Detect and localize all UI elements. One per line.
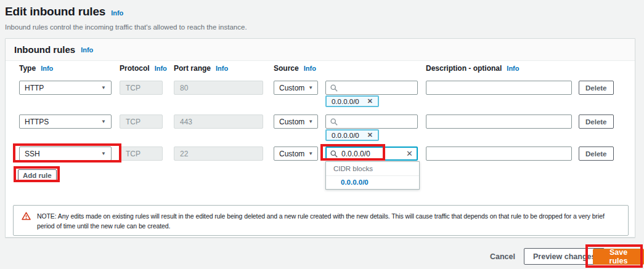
remove-tag-icon[interactable]: ✕ (367, 131, 373, 139)
column-header-source: Source Info (274, 64, 318, 73)
chevron-down-icon: ▼ (308, 119, 313, 124)
type-select-row2[interactable]: HTTPS ▼ (19, 114, 112, 129)
source-search-input-row1[interactable] (341, 84, 413, 92)
protocol-field-row3: TCP (120, 147, 163, 161)
source-search-input-row2[interactable] (341, 118, 413, 126)
inbound-rules-panel: Inbound rules Info Type Info Protocol In… (5, 38, 635, 238)
source-mode-select-row3[interactable]: Custom ▼ (274, 147, 318, 161)
page-title-info-link[interactable]: Info (111, 9, 123, 17)
type-select-row2-value: HTTPS (25, 118, 49, 126)
search-icon (330, 150, 338, 158)
source-tag-row1-value: 0.0.0.0/0 (332, 98, 359, 105)
save-rules-button[interactable]: Save rules (593, 249, 644, 265)
chevron-down-icon: ▼ (308, 85, 313, 90)
type-select-row3-value: SSH (25, 150, 40, 158)
source-suggestions-dropdown: CIDR blocks 0.0.0.0/0 (325, 161, 420, 190)
edit-inbound-rules-page: Edit inbound rules Info Inbound rules co… (0, 0, 644, 269)
source-mode-select-row1[interactable]: Custom ▼ (274, 81, 318, 95)
panel-info-link[interactable]: Info (81, 46, 93, 54)
column-header-description: Description - optional Info (426, 64, 572, 73)
source-search-row3[interactable]: ✕ (325, 147, 418, 161)
chevron-down-icon: ▼ (308, 151, 313, 156)
port-range-field-row3: 22 (174, 147, 263, 161)
delete-button-row3[interactable]: Delete (579, 147, 614, 161)
column-header-type: Type Info (19, 64, 112, 73)
page-subtitle: Inbound rules control the incoming traff… (5, 23, 247, 31)
description-input-row3[interactable] (426, 147, 572, 161)
source-search-row1[interactable] (325, 81, 418, 95)
search-icon (330, 118, 338, 126)
source-search-row2[interactable] (325, 114, 418, 129)
type-select-row3[interactable]: SSH ▼ (19, 147, 112, 161)
chevron-down-icon: ▼ (101, 119, 106, 124)
port-range-info-link[interactable]: Info (216, 65, 228, 72)
port-range-field-row2: 443 (174, 114, 263, 129)
protocol-field-row1: TCP (120, 81, 163, 95)
type-select-row1[interactable]: HTTP ▼ (19, 81, 112, 95)
delete-button-row1[interactable]: Delete (579, 81, 614, 95)
cancel-button[interactable]: Cancel (490, 252, 515, 261)
clear-search-icon[interactable]: ✕ (406, 150, 413, 158)
note-text: NOTE: Any edits made on existing rules w… (37, 211, 619, 231)
add-rule-button[interactable]: Add rule (18, 169, 57, 182)
dropdown-option-cidr[interactable]: 0.0.0.0/0 (326, 176, 419, 189)
chevron-down-icon: ▼ (101, 151, 106, 156)
port-range-field-row1: 80 (174, 81, 263, 95)
page-title: Edit inbound rules (5, 5, 105, 18)
type-info-link[interactable]: Info (41, 65, 53, 72)
source-search-input-row3[interactable] (341, 150, 402, 158)
source-mode-select-row2[interactable]: Custom ▼ (274, 114, 318, 129)
source-mode-row3-value: Custom (279, 150, 304, 158)
protocol-field-row2: TCP (120, 114, 163, 129)
dropdown-group-label: CIDR blocks (326, 162, 419, 176)
column-header-protocol: Protocol Info (120, 64, 163, 73)
source-tag-row1: 0.0.0.0/0 ✕ (325, 95, 379, 107)
source-info-link[interactable]: Info (304, 65, 316, 72)
description-info-link[interactable]: Info (507, 65, 519, 72)
source-mode-row1-value: Custom (279, 84, 304, 92)
description-input-row2[interactable] (426, 114, 572, 129)
protocol-info-link[interactable]: Info (155, 65, 167, 72)
panel-header: Inbound rules Info (6, 39, 635, 61)
description-input-row1[interactable] (426, 81, 572, 95)
remove-tag-icon[interactable]: ✕ (367, 97, 373, 105)
delete-button-row2[interactable]: Delete (579, 114, 614, 129)
type-select-row1-value: HTTP (25, 84, 44, 92)
note-banner: NOTE: Any edits made on existing rules w… (13, 205, 629, 236)
search-icon (330, 84, 338, 92)
panel-title: Inbound rules (14, 44, 75, 55)
source-mode-row2-value: Custom (279, 118, 304, 126)
column-header-port-range: Port range Info (174, 64, 263, 73)
source-tag-row2-value: 0.0.0.0/0 (332, 132, 359, 139)
chevron-down-icon: ▼ (101, 85, 106, 90)
page-header: Edit inbound rules Info (5, 5, 123, 18)
source-tag-row2: 0.0.0.0/0 ✕ (325, 129, 379, 141)
warning-icon (22, 212, 31, 220)
